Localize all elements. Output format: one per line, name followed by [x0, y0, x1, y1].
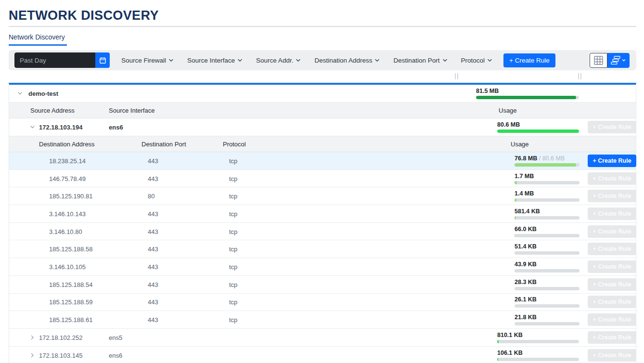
destination-address: 3.146.10.105 [49, 263, 86, 270]
tab-label: Network Discovery [9, 33, 65, 41]
create-rule-button: + Create Rule [588, 243, 636, 255]
protocol: tcp [229, 157, 237, 164]
title-divider [9, 26, 636, 27]
toolbar: Source FirewallSource InterfaceSource Ad… [9, 50, 636, 70]
usage-bar [497, 340, 579, 343]
usage-bar-fill [476, 96, 576, 99]
usage-bar [515, 234, 580, 237]
usage-label: 1.7 MB [515, 173, 580, 180]
filter-destination-address[interactable]: Destination Address [314, 57, 380, 64]
filter-label: Source Interface [187, 57, 235, 64]
view-toggle [590, 53, 630, 68]
usage-bar [515, 304, 580, 308]
destination-port: 443 [148, 157, 158, 164]
filter-destination-port[interactable]: Destination Port [393, 57, 448, 64]
source-row: 172.18.102.252ens5810.1 KB+ Create Rule [9, 329, 636, 347]
usage-bar [476, 96, 579, 99]
usage-label: 81.5 MB [476, 88, 579, 94]
filter-source-addr[interactable]: Source Addr. [256, 57, 301, 64]
usage-cell: 21.8 KB [515, 314, 580, 325]
source-address: 172.18.103.145 [39, 351, 82, 359]
destination-address: 185.125.188.59 [49, 298, 92, 306]
create-rule-button[interactable]: + Create Rule [588, 155, 636, 167]
filter-group: Source FirewallSource InterfaceSource Ad… [121, 57, 493, 64]
usage-label: 28.3 KB [515, 279, 580, 285]
usage-bar-fill [515, 216, 516, 220]
chevron-down-icon [442, 57, 448, 64]
calendar-button[interactable] [95, 52, 110, 68]
usage-label: 66.0 KB [515, 226, 580, 233]
protocol: tcp [229, 228, 237, 235]
create-rule-button: + Create Rule [588, 278, 636, 291]
usage-bar [515, 251, 580, 255]
protocol: tcp [229, 210, 237, 217]
filter-protocol[interactable]: Protocol [461, 57, 493, 64]
create-rule-button: + Create Rule [588, 121, 636, 133]
filter-label: Destination Port [393, 57, 439, 64]
resize-handle[interactable] [455, 73, 458, 79]
grid-view-button[interactable] [590, 53, 607, 68]
destination-port: 443 [148, 228, 158, 235]
destination-address: 185.125.188.54 [49, 281, 92, 288]
col-header-destination-address: Destination Address [39, 141, 95, 148]
destination-address: 185.125.188.58 [49, 246, 92, 253]
col-header-usage: Usage [499, 107, 517, 114]
destination-row: 3.146.10.143443tcp581.4 KB+ Create Rule [9, 205, 636, 223]
usage-bar-fill [497, 358, 498, 361]
usage-bar [515, 269, 580, 272]
col-header-usage: Usage [511, 141, 529, 148]
destination-row: 185.125.188.54443tcp28.3 KB+ Create Rule [9, 276, 636, 294]
usage-bar [497, 130, 579, 133]
tree-view-button[interactable] [607, 53, 630, 68]
source-address: 172.18.102.252 [39, 334, 82, 341]
usage-cell: 80.6 MB [497, 121, 579, 133]
page-title: NETWORK DISCOVERY [9, 8, 636, 23]
create-rule-button: + Create Rule [588, 190, 636, 202]
destination-address: 3.146.10.143 [49, 210, 86, 217]
col-header-destination-port: Destination Port [142, 141, 186, 148]
firewall-row: demo-test81.5 MB [9, 85, 636, 103]
usage-bar [497, 358, 579, 361]
firewall-name: demo-test [28, 90, 58, 97]
usage-bar [515, 181, 580, 184]
destination-row: 185.125.188.59443tcp26.1 KB+ Create Rule [9, 294, 636, 311]
expand-chevron-icon[interactable] [29, 334, 36, 340]
protocol: tcp [229, 263, 237, 270]
usage-cell: 76.8 MB / 80.6 MB [515, 155, 580, 167]
network-discovery-page: NETWORK DISCOVERY Network Discovery Sour… [0, 0, 644, 363]
usage-bar [515, 322, 580, 325]
destination-port: 443 [148, 298, 158, 306]
create-rule-toolbar-button[interactable]: + Create Rule [503, 53, 555, 67]
usage-bar [515, 287, 580, 290]
destination-port: 443 [148, 210, 158, 217]
usage-bar [515, 216, 580, 220]
resize-handle[interactable] [578, 73, 581, 79]
create-rule-button: + Create Rule [588, 331, 636, 344]
tab-network-discovery[interactable]: Network Discovery [9, 33, 67, 46]
usage-cell: 810.1 KB [497, 332, 579, 343]
destination-address: 185.125.188.61 [49, 316, 92, 324]
date-range-input[interactable] [14, 52, 95, 68]
destination-address: 146.75.78.49 [49, 175, 86, 182]
expand-chevron-icon[interactable] [29, 352, 36, 358]
col-header-source-interface: Source Interface [109, 107, 155, 114]
filter-source-interface[interactable]: Source Interface [187, 57, 243, 64]
destination-address: 18.238.25.14 [49, 157, 86, 164]
usage-bar-fill [515, 234, 515, 237]
discovery-table: demo-test81.5 MBSource AddressSource Int… [9, 83, 636, 363]
usage-bar-fill [497, 340, 499, 343]
destination-address: 3.146.10.80 [49, 228, 82, 235]
destination-row: 18.238.25.14443tcp76.8 MB / 80.6 MB+ Cre… [9, 152, 636, 170]
chevron-down-icon [295, 57, 301, 64]
column-resize-handles [9, 70, 636, 83]
expand-chevron-icon[interactable] [17, 91, 23, 97]
usage-label: 26.1 KB [515, 296, 580, 303]
expand-chevron-icon[interactable] [29, 124, 36, 130]
usage-cell: 43.9 KB [515, 261, 580, 272]
usage-cell: 106.1 KB [497, 350, 579, 361]
destination-port: 80 [148, 193, 155, 200]
protocol: tcp [229, 298, 237, 306]
filter-source-firewall[interactable]: Source Firewall [121, 57, 174, 64]
destination-port: 443 [148, 246, 158, 253]
usage-cell: 1.7 MB [515, 173, 580, 184]
